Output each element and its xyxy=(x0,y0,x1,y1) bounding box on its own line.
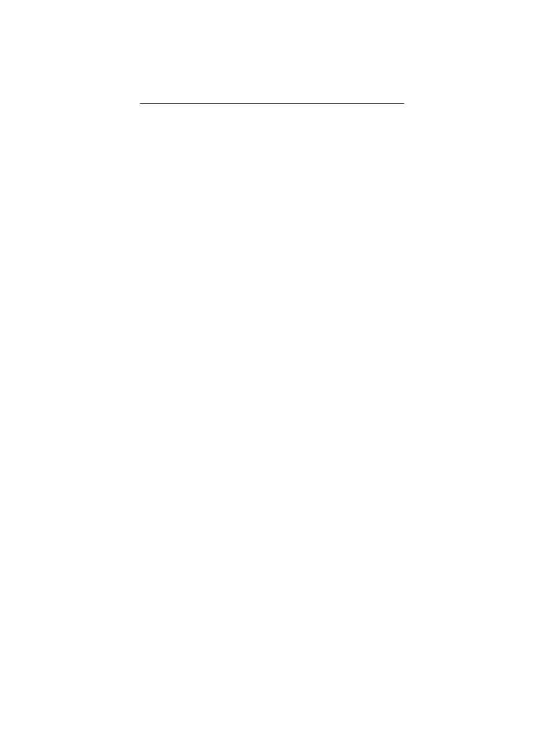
page-divider-top xyxy=(140,103,404,104)
